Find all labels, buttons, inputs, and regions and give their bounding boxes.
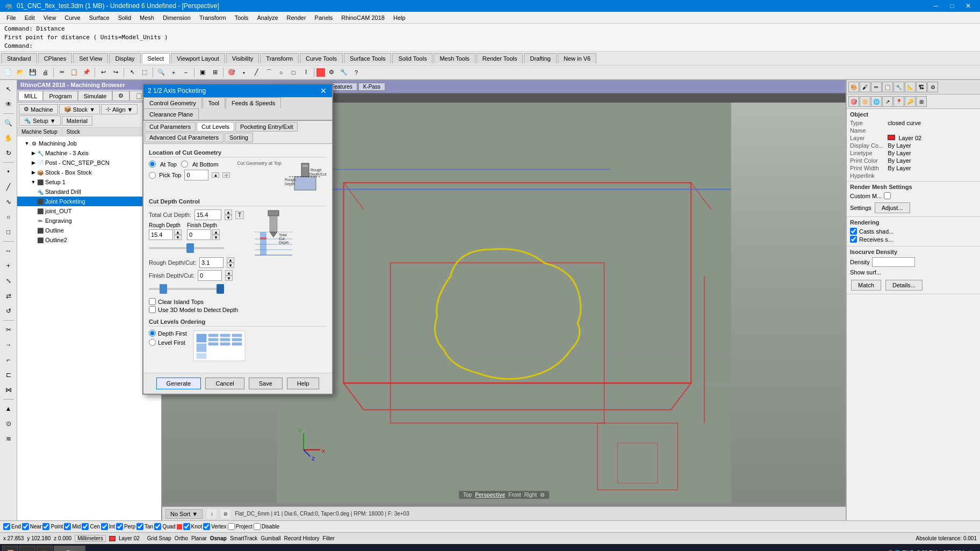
tab-mill[interactable]: MILL (18, 91, 43, 101)
receives-shadows-checkbox[interactable] (850, 236, 857, 243)
snap-project[interactable] (228, 523, 235, 530)
rough-cut-slider[interactable] (160, 284, 167, 294)
stock-btn[interactable]: 📦 Stock ▼ (59, 104, 100, 114)
tree-setup1[interactable]: ▼ ⬛ Setup 1 (17, 177, 161, 187)
setup-btn[interactable]: 🔩 Setup ▼ (19, 115, 61, 126)
toolbar-zoom-out[interactable]: − (180, 67, 192, 78)
finish-depth-cut-input[interactable] (198, 270, 222, 281)
snap-knot[interactable] (183, 523, 190, 530)
maximize-button[interactable]: □ (945, 0, 960, 12)
tab-clearance-plane[interactable]: Clearance Plane (143, 108, 199, 120)
snap-perp[interactable] (116, 523, 123, 530)
tool-rotate-t[interactable]: ↺ (2, 304, 16, 318)
toolbar-paste[interactable]: 📌 (81, 67, 92, 78)
menu-mesh[interactable]: Mesh (135, 13, 158, 22)
gumball[interactable]: Gumball (261, 535, 280, 541)
tool-scale[interactable]: ⤡ (2, 274, 16, 288)
right-icon-6[interactable]: 📐 (905, 82, 916, 92)
toolbar-window-select[interactable]: ⬚ (139, 67, 150, 78)
tool-zoom[interactable]: 🔍 (2, 116, 16, 130)
use-3d-checkbox[interactable] (149, 306, 156, 313)
toolbar-rect[interactable]: □ (287, 67, 299, 78)
tool-extrude[interactable]: ▲ (2, 402, 16, 416)
toggle-stock[interactable]: ▶ (30, 169, 37, 176)
tree-outline2[interactable]: ⬛ Outline2 (17, 235, 161, 245)
subtab-cut-levels[interactable]: Cut Levels (197, 122, 234, 132)
finish-depth-down[interactable]: ▼ (212, 235, 220, 240)
osnap[interactable]: Osnap (210, 535, 227, 541)
snap-quad[interactable] (154, 523, 161, 530)
right-icon-9[interactable]: 🎯 (848, 96, 859, 107)
menu-surface[interactable]: Surface (85, 13, 114, 22)
details-button[interactable]: Details... (885, 280, 923, 291)
finish-cut-up[interactable]: ▲ (225, 270, 233, 276)
tool-move[interactable]: ↔ (2, 244, 16, 258)
nav-settings-icon[interactable]: ⚙ (540, 492, 545, 498)
toolbar-rhinocam2[interactable]: 🔧 (338, 67, 350, 78)
menu-curve[interactable]: Curve (60, 13, 84, 22)
menu-view[interactable]: View (39, 13, 61, 22)
finish-depth-input[interactable] (187, 229, 211, 240)
tab-solid-tools[interactable]: Solid Tools (392, 53, 433, 63)
snap-point[interactable] (42, 523, 49, 530)
tool-line[interactable]: ╱ (2, 180, 16, 194)
show-desktop-btn[interactable]: ▮ (968, 548, 974, 552)
taskbar-explorer[interactable]: 📁 (19, 546, 35, 551)
toggle-post[interactable]: ▶ (30, 160, 37, 166)
tree-engraving[interactable]: ✏ Engraving (17, 216, 161, 226)
subtab-entry-exit[interactable]: Pocketing Entry/Exit (235, 122, 298, 132)
toolbar-zoom-in[interactable]: + (168, 67, 179, 78)
tab-drafting[interactable]: Drafting (524, 53, 557, 63)
menu-transform[interactable]: Transform (195, 13, 230, 22)
tree-post[interactable]: ▶ 📄 Post - CNC_STEP_BCN (17, 158, 161, 168)
record-history[interactable]: Record History (284, 535, 319, 541)
toolbar-point[interactable]: • (238, 67, 250, 78)
rough-depth-up[interactable]: ▲ (174, 229, 182, 235)
toggle-machine[interactable]: ▶ (30, 150, 37, 156)
tool-arrow[interactable]: ↖ (2, 82, 16, 96)
start-button[interactable]: 🪟 (2, 546, 18, 551)
right-icon-13[interactable]: 📍 (893, 96, 904, 107)
toolbar-copy[interactable]: 📋 (68, 67, 80, 78)
menu-render[interactable]: Render (283, 13, 311, 22)
toolbar-color-picker[interactable] (316, 68, 325, 77)
toolbar-new[interactable]: 📄 (2, 67, 14, 78)
toolbar-arc[interactable]: ⌒ (263, 67, 275, 78)
tree-std-drill[interactable]: 🔩 Standard Drill (17, 187, 161, 197)
right-icon-10[interactable]: 🔆 (860, 96, 870, 107)
no-sort-button[interactable]: No Sort ▼ (165, 509, 203, 519)
snap-near[interactable] (22, 523, 29, 530)
right-icon-11[interactable]: 🌐 (871, 96, 882, 107)
finish-depth-up[interactable]: ▲ (212, 229, 220, 235)
tab-simulate[interactable]: Simulate (78, 91, 113, 101)
save-button[interactable]: Save (249, 378, 283, 389)
snap-end[interactable] (3, 523, 10, 530)
tab-visibility[interactable]: Visibility (226, 53, 260, 63)
rough-depth-down[interactable]: ▼ (174, 235, 182, 240)
rough-depth-input[interactable] (149, 229, 173, 240)
toolbar-redo[interactable]: ↪ (110, 67, 121, 78)
tool-join[interactable]: ⋈ (2, 383, 16, 397)
tree-stock[interactable]: ▶ 📦 Stock - Box Stock (17, 168, 161, 177)
at-bottom-radio[interactable] (181, 161, 188, 168)
browser-toolbar-btn1[interactable]: ⚙ (112, 91, 129, 101)
right-icon-4[interactable]: 📋 (882, 82, 893, 92)
tab-program[interactable]: Program (43, 91, 77, 101)
pocketing-dialog[interactable]: 2 1/2 Axis Pocketing ✕ Control Geometry … (142, 83, 333, 395)
material-btn[interactable]: Material (62, 116, 92, 126)
tool-curve[interactable]: ∿ (2, 195, 16, 209)
toggle-setup1[interactable]: ▼ (30, 179, 37, 185)
toolbar-select[interactable]: ↖ (126, 67, 138, 78)
nav-right[interactable]: Right (524, 492, 537, 498)
tab-cplanes[interactable]: CPlanes (38, 53, 73, 63)
toolbar-save[interactable]: 💾 (27, 67, 39, 78)
pick-top-radio[interactable] (149, 172, 156, 179)
snap-vertex[interactable] (203, 523, 210, 530)
toolbar-rhinocam[interactable]: ⚙ (326, 67, 337, 78)
menu-file[interactable]: File (2, 13, 20, 22)
tool-point[interactable]: • (2, 165, 16, 179)
nav-top[interactable]: Top (463, 492, 472, 498)
tab-transform[interactable]: Transform (260, 53, 299, 63)
sort-az-btn[interactable]: ↕ (207, 509, 217, 519)
tool-copy-t[interactable]: + (2, 259, 16, 273)
